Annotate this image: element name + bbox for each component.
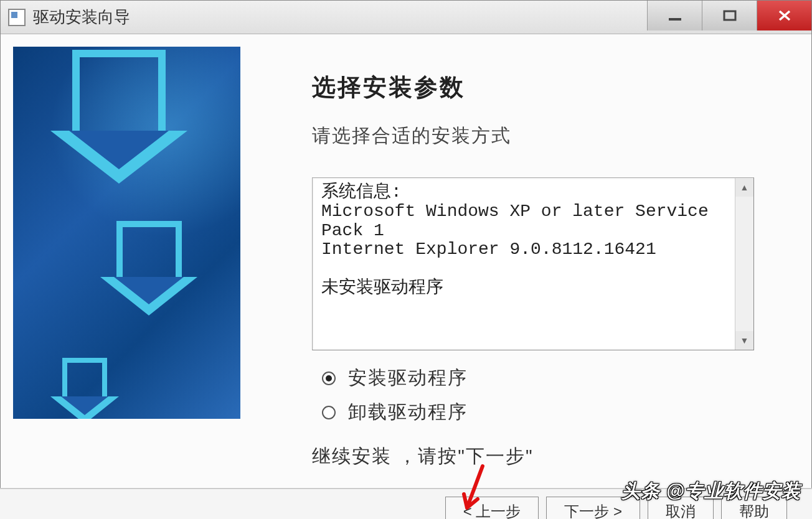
system-info-text: 系统信息: Microsoft Windows XP or later Serv… — [313, 178, 735, 303]
continue-instruction: 继续安装 ，请按"下一步" — [312, 444, 765, 469]
svg-rect-0 — [669, 18, 681, 21]
close-button[interactable] — [757, 1, 811, 30]
radio-label: 安装驱动程序 — [348, 365, 468, 391]
page-heading: 选择安装参数 — [312, 72, 765, 103]
wizard-sidebar-image — [13, 47, 240, 419]
page-subheading: 请选择合适的安装方式 — [312, 123, 765, 149]
system-info-box: 系统信息: Microsoft Windows XP or later Serv… — [312, 177, 754, 350]
window-controls — [647, 1, 811, 30]
arrow-icon — [100, 221, 197, 316]
installer-window: 驱动安装向导 — [0, 0, 812, 519]
svg-rect-1 — [724, 11, 735, 20]
maximize-button[interactable] — [702, 1, 757, 30]
content-area: 选择安装参数 请选择合适的安装方式 系统信息: Microsoft Window… — [1, 34, 811, 487]
scroll-down-button[interactable]: ▼ — [735, 331, 753, 350]
radio-group: 安装驱动程序 卸载驱动程序 — [322, 365, 765, 425]
watermark-text: 头条 @专业软件安装 — [621, 479, 801, 504]
arrow-icon — [50, 50, 187, 184]
scrollbar[interactable]: ▲ ▼ — [735, 178, 753, 350]
minimize-button[interactable] — [647, 1, 702, 30]
app-icon — [8, 9, 26, 26]
scroll-up-button[interactable]: ▲ — [735, 178, 753, 197]
radio-icon — [322, 372, 336, 385]
radio-uninstall-driver[interactable]: 卸载驱动程序 — [322, 400, 765, 425]
arrow-icon — [50, 358, 119, 419]
radio-icon — [322, 406, 336, 419]
main-panel: 选择安装参数 请选择合适的安装方式 系统信息: Microsoft Window… — [240, 34, 811, 487]
radio-install-driver[interactable]: 安装驱动程序 — [322, 365, 765, 391]
titlebar: 驱动安装向导 — [1, 1, 811, 34]
window-title: 驱动安装向导 — [33, 6, 130, 28]
radio-label: 卸载驱动程序 — [348, 400, 468, 425]
back-button[interactable]: < 上一步 — [445, 497, 539, 519]
